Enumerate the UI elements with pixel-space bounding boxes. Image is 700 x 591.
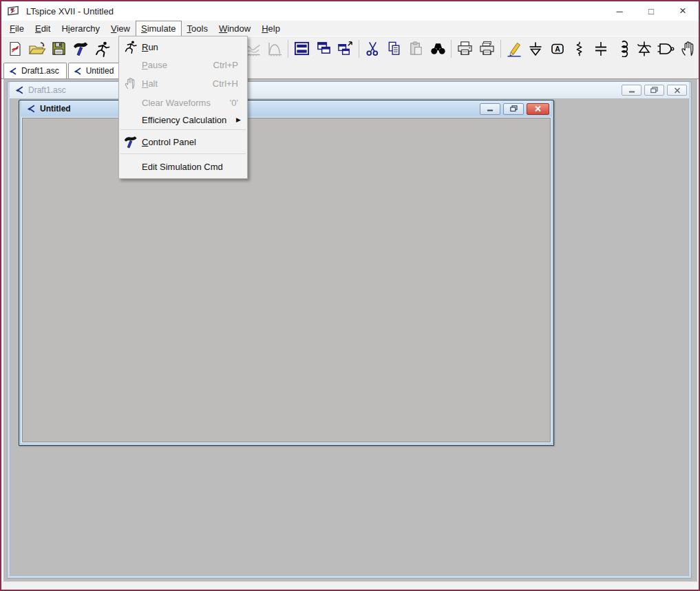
view-fft-button[interactable]	[264, 39, 286, 59]
mdi-workspace: Draft1.asc Untitled	[1, 79, 699, 581]
child-window-draft1: Draft1.asc Untitled	[7, 81, 692, 579]
capacitor-icon	[593, 41, 609, 57]
schematic-icon	[26, 104, 36, 114]
new-schematic-button[interactable]	[5, 39, 26, 59]
run-icon	[119, 40, 142, 54]
binoculars-icon	[429, 41, 447, 56]
drag-hand-button[interactable]	[677, 39, 699, 59]
status-bar	[1, 581, 699, 590]
place-component-button[interactable]	[656, 39, 677, 59]
menu-help[interactable]: Help	[256, 21, 286, 36]
hammer-icon	[119, 135, 142, 149]
cut-button[interactable]	[362, 39, 383, 59]
tab-untitled[interactable]: Untitled	[68, 63, 122, 78]
menu-simulate[interactable]: Simulate	[136, 21, 182, 36]
untitled-window-title: Untitled	[40, 104, 71, 114]
place-capacitor-button[interactable]	[591, 39, 612, 59]
draft1-restore-button[interactable]	[644, 85, 664, 96]
toolbar-separator	[451, 40, 452, 58]
minimize-icon: ─	[616, 6, 622, 17]
draft1-window-title: Draft1.asc	[28, 85, 66, 95]
pencil-wire-icon	[506, 41, 522, 57]
tab-label: Draft1.asc	[21, 66, 59, 76]
untitled-minimize-button[interactable]	[480, 103, 500, 115]
menu-bar: File Edit Hierarchy View Simulate Tools …	[1, 21, 699, 36]
minimize-button[interactable]: ─	[604, 1, 635, 21]
close-button[interactable]: ×	[667, 1, 699, 21]
schematic-icon	[73, 67, 82, 76]
simulate-menu-popup: Run Pause Ctrl+P Halt Ctrl+H Clear Wavef…	[118, 36, 248, 179]
run-icon	[94, 41, 112, 57]
cascade-windows-icon	[315, 41, 332, 56]
paste-button[interactable]	[405, 39, 427, 59]
net-label-icon: A	[549, 41, 566, 57]
cascade-windows-button[interactable]	[313, 39, 335, 59]
toolbar: A	[1, 36, 699, 61]
svg-text:A: A	[555, 45, 560, 53]
menu-item-control-panel[interactable]: Control Panel	[119, 132, 247, 151]
place-resistor-button[interactable]	[569, 39, 590, 59]
halt-hand-icon	[119, 77, 142, 90]
resistor-icon	[571, 41, 588, 57]
draft1-close-button[interactable]	[667, 85, 687, 96]
find-button[interactable]	[427, 39, 449, 59]
draft1-title-bar[interactable]: Draft1.asc	[10, 82, 689, 98]
draft1-minimize-button[interactable]	[622, 85, 641, 96]
tab-draft1[interactable]: Draft1.asc	[3, 63, 67, 78]
title-bar[interactable]: LTspice XVII - Untitled ─ □ ×	[1, 1, 699, 21]
menu-edit[interactable]: Edit	[30, 21, 56, 36]
untitled-restore-button[interactable]	[503, 103, 524, 115]
menu-tools[interactable]: Tools	[182, 21, 213, 36]
open-file-button[interactable]	[27, 39, 48, 59]
schematic-icon	[8, 67, 17, 76]
menu-item-pause[interactable]: Pause Ctrl+P	[119, 56, 247, 74]
place-inductor-button[interactable]	[612, 39, 633, 59]
logic-gate-icon	[657, 41, 675, 57]
ltspice-main-window: LTspice XVII - Untitled ─ □ × File Edit …	[0, 0, 700, 591]
menu-item-run[interactable]: Run	[119, 38, 247, 56]
menu-hierarchy[interactable]: Hierarchy	[56, 21, 105, 36]
menu-item-efficiency-calculation[interactable]: Efficiency Calculation ▶	[119, 112, 247, 127]
maximize-button[interactable]: □	[635, 1, 667, 21]
inductor-icon	[615, 41, 631, 57]
open-new-window-button[interactable]	[335, 39, 356, 59]
new-window-arrow-icon	[337, 41, 354, 56]
submenu-arrow-icon: ▶	[236, 116, 247, 123]
run-toolbar-button[interactable]	[92, 39, 113, 59]
tile-windows-button[interactable]	[291, 39, 312, 59]
menu-separator	[120, 153, 246, 154]
control-panel-button[interactable]	[70, 39, 92, 59]
draft1-client-area[interactable]: Untitled	[10, 98, 689, 576]
copy-button[interactable]	[384, 39, 405, 59]
window-title: LTspice XVII - Untitled	[26, 6, 114, 17]
menu-window[interactable]: Window	[213, 21, 256, 36]
menu-item-edit-simulation-cmd[interactable]: Edit Simulation Cmd	[119, 156, 247, 177]
menu-file[interactable]: File	[4, 21, 30, 36]
menu-item-clear-waveforms[interactable]: Clear Waveforms '0'	[119, 93, 247, 112]
untitled-canvas-frame	[21, 117, 551, 443]
schematic-canvas[interactable]	[22, 118, 551, 442]
save-button[interactable]	[48, 39, 70, 59]
place-ground-button[interactable]	[525, 39, 547, 59]
untitled-close-button[interactable]	[527, 103, 549, 115]
open-folder-icon	[28, 41, 46, 57]
schematic-icon	[14, 85, 24, 95]
menu-view[interactable]: View	[105, 21, 136, 36]
printer-icon	[456, 41, 474, 56]
place-diode-button[interactable]	[634, 39, 655, 59]
draw-wire-button[interactable]	[504, 39, 525, 59]
toolbar-separator	[359, 40, 359, 58]
menu-item-halt[interactable]: Halt Ctrl+H	[119, 74, 247, 93]
print-all-button[interactable]	[476, 39, 498, 59]
hand-icon	[680, 41, 697, 57]
menu-separator	[120, 129, 246, 130]
tab-label: Untitled	[86, 66, 114, 76]
print-button[interactable]	[454, 39, 476, 59]
close-icon: ×	[679, 4, 686, 18]
maximize-icon: □	[648, 6, 654, 17]
place-net-label-button[interactable]: A	[547, 39, 569, 59]
untitled-title-bar[interactable]: Untitled	[21, 100, 551, 117]
toolbar-separator	[288, 40, 288, 58]
document-tab-bar: Draft1.asc Untitled	[1, 61, 699, 79]
new-schematic-icon	[7, 41, 23, 57]
